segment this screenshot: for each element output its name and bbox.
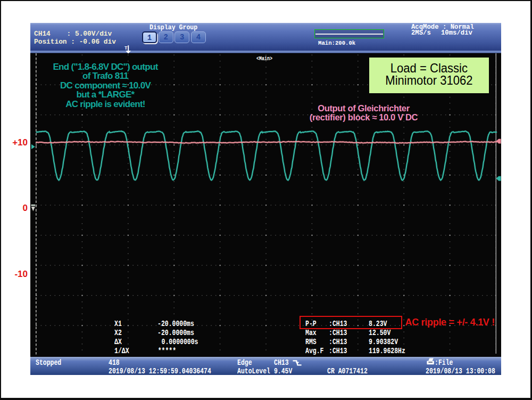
svg-text:T: T <box>124 46 128 51</box>
